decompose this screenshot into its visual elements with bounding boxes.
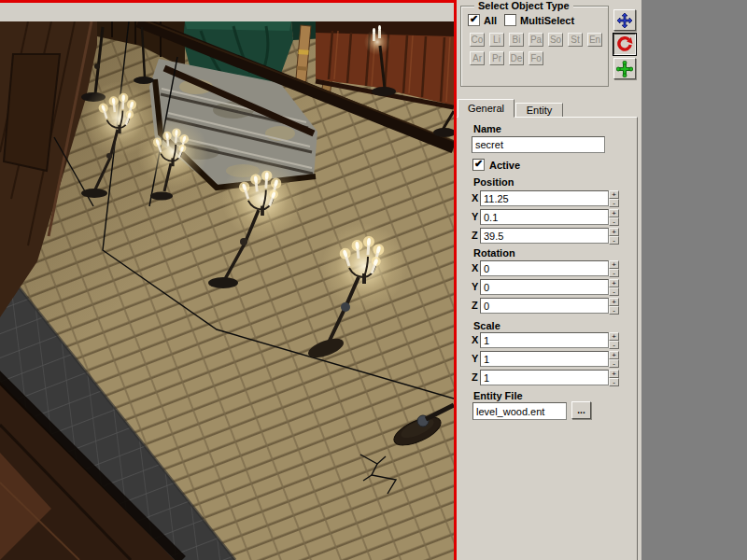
object-type-checkbox-row: All MultiSelect <box>468 14 578 26</box>
rotation-z-spinner: + - <box>609 298 619 315</box>
scale-y-spinner: + - <box>609 351 619 368</box>
position-section-label: Position <box>473 176 514 188</box>
rotation-x-input[interactable] <box>480 260 609 276</box>
scale-x-spinner: + - <box>609 332 619 349</box>
spin-down-button[interactable]: - <box>609 199 619 207</box>
axis-label-z: Z <box>472 300 478 311</box>
spin-up-button[interactable]: + <box>609 228 619 236</box>
spin-up-button[interactable]: + <box>609 298 619 306</box>
move-arrows-icon <box>616 12 633 29</box>
type-button-st[interactable]: St <box>568 33 583 47</box>
spin-down-button[interactable]: - <box>609 217 619 226</box>
axis-label-y: Y <box>472 281 478 292</box>
spin-up-button[interactable]: + <box>609 190 619 199</box>
scale-section-label: Scale <box>473 320 500 331</box>
type-button-pr[interactable]: Pr <box>489 51 504 65</box>
rotation-section-label: Rotation <box>473 247 515 259</box>
scale-z-input[interactable] <box>480 370 609 385</box>
position-z-spinner: + - <box>609 228 619 245</box>
spin-down-button[interactable]: - <box>609 359 619 368</box>
axis-label-y: Y <box>472 353 478 364</box>
type-button-de[interactable]: De <box>509 51 524 65</box>
entity-file-label: Entity File <box>473 390 523 401</box>
viewport-header-bar <box>0 3 454 21</box>
type-button-bi[interactable]: Bi <box>509 33 524 47</box>
scale-x-input[interactable] <box>480 332 609 348</box>
type-button-li[interactable]: Li <box>489 33 504 47</box>
scale-cross-icon <box>616 61 633 77</box>
active-checkbox[interactable] <box>472 159 485 171</box>
object-type-buttons-row2: Ar Pr De Fo <box>470 51 543 65</box>
scale-y-input[interactable] <box>480 351 609 367</box>
scale-tool-button[interactable] <box>613 58 636 79</box>
viewport-3d[interactable] <box>0 0 457 560</box>
rotate-circle-icon <box>616 36 633 53</box>
type-button-pa[interactable]: Pa <box>529 33 543 47</box>
spin-up-button[interactable]: + <box>609 351 619 359</box>
scene-render[interactable] <box>0 21 454 560</box>
type-button-fo[interactable]: Fo <box>529 51 543 65</box>
axis-label-z: Z <box>472 371 478 383</box>
all-checkbox[interactable] <box>468 14 480 26</box>
scene-svg <box>0 21 454 560</box>
tab-entity[interactable]: Entity <box>515 103 563 118</box>
group-title: Select Object Type <box>474 0 573 11</box>
browse-button[interactable]: ... <box>571 401 591 419</box>
multiselect-checkbox-label: MultiSelect <box>520 15 574 26</box>
rotation-x-spinner: + - <box>609 260 619 277</box>
name-label: Name <box>473 123 501 134</box>
spin-up-button[interactable]: + <box>609 332 619 341</box>
type-button-so[interactable]: So <box>548 33 563 47</box>
type-button-ar[interactable]: Ar <box>470 51 485 65</box>
rotate-tool-button[interactable] <box>613 34 636 55</box>
rotation-y-spinner: + - <box>609 279 619 296</box>
entity-file-input[interactable] <box>472 402 567 420</box>
spin-down-button[interactable]: - <box>609 341 619 349</box>
rotation-y-input[interactable] <box>480 279 609 295</box>
properties-panel: Select Object Type All MultiSelect Co Li… <box>457 0 641 560</box>
spin-down-button[interactable]: - <box>609 306 619 315</box>
tab-general[interactable]: General <box>458 99 514 118</box>
type-button-en[interactable]: En <box>587 33 602 47</box>
position-y-spinner: + - <box>609 209 619 226</box>
spin-down-button[interactable]: - <box>609 287 619 296</box>
position-y-input[interactable] <box>480 209 609 225</box>
axis-label-x: X <box>472 192 478 203</box>
editor-side-area: Select Object Type All MultiSelect Co Li… <box>457 0 747 560</box>
axis-label-z: Z <box>472 230 478 241</box>
scale-z-spinner: + - <box>609 370 619 386</box>
multiselect-checkbox[interactable] <box>504 14 516 26</box>
spin-down-button[interactable]: - <box>609 378 619 386</box>
spin-up-button[interactable]: + <box>609 279 619 287</box>
select-object-type-group: Select Object Type All MultiSelect Co Li… <box>460 6 609 87</box>
name-input[interactable] <box>472 136 605 153</box>
spin-down-button[interactable]: - <box>609 236 619 245</box>
type-button-co[interactable]: Co <box>470 33 485 47</box>
rotation-z-input[interactable] <box>480 298 609 314</box>
axis-label-y: Y <box>472 211 478 222</box>
active-checkbox-label: Active <box>489 160 520 171</box>
object-type-buttons-row1: Co Li Bi Pa So St En <box>470 33 602 47</box>
move-tool-button[interactable] <box>613 9 636 31</box>
spin-up-button[interactable]: + <box>609 370 619 378</box>
spin-up-button[interactable]: + <box>609 209 619 217</box>
spin-up-button[interactable]: + <box>609 260 619 269</box>
position-x-spinner: + - <box>609 190 619 207</box>
axis-label-x: X <box>472 262 478 273</box>
axis-label-x: X <box>472 334 478 345</box>
position-z-input[interactable] <box>480 228 609 244</box>
position-x-input[interactable] <box>480 190 609 206</box>
all-checkbox-label: All <box>484 15 497 26</box>
spin-down-button[interactable]: - <box>609 269 619 277</box>
